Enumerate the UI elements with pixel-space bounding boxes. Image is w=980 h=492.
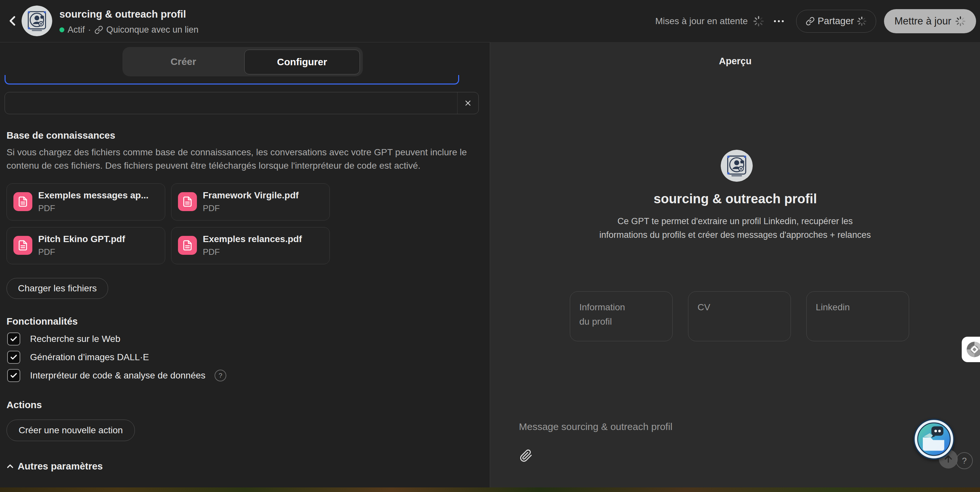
create-action-label: Créer une nouvelle action (19, 425, 123, 436)
clear-input-button[interactable] (458, 92, 479, 114)
header: sourcing & outreach profil Actif · Quico… (0, 0, 980, 43)
chevron-left-icon (5, 13, 20, 29)
back-button[interactable] (5, 13, 20, 29)
file-type-badge: PDF (38, 203, 55, 213)
tab-configure-label: Configurer (277, 56, 327, 68)
update-button[interactable]: Mettre à jour (884, 9, 976, 33)
knowledge-file-card[interactable]: Exemples messages ap... PDF (6, 183, 165, 221)
gpt-avatar-image (22, 6, 52, 36)
pending-updates-label: Mises à jour en attente (655, 16, 748, 27)
feature-row-code-interpreter: Interpréteur de code & analyse de donnée… (7, 368, 226, 383)
header-actions: Mises à jour en attente Partager (655, 0, 976, 42)
update-button-label: Mettre à jour (894, 15, 951, 27)
file-type-badge: PDF (203, 203, 220, 213)
knowledge-file-card[interactable]: Exemples relances.pdf PDF (171, 227, 330, 264)
preview-panel: Aperçu sourcing & outreach profil Ce GPT… (490, 42, 980, 487)
knowledge-file-card[interactable]: Framework Virgile.pdf PDF (171, 183, 330, 221)
file-type-badge: PDF (203, 247, 220, 257)
focused-text-input[interactable] (5, 75, 459, 84)
active-status-dot (59, 27, 64, 32)
pdf-file-icon (13, 236, 32, 255)
pdf-file-icon (178, 236, 197, 255)
knowledge-file-card[interactable]: Pitch Ekino GPT.pdf PDF (6, 227, 165, 264)
conversation-starter[interactable]: Linkedin (806, 291, 909, 341)
status-separator: · (88, 25, 91, 35)
link-icon (94, 25, 103, 34)
file-name: Exemples messages ap... (38, 190, 158, 201)
other-settings-label: Autres paramètres (18, 461, 103, 472)
pdf-file-icon (178, 192, 197, 211)
message-input-placeholder[interactable]: Message sourcing & outreach profil (519, 421, 672, 432)
check-icon (10, 335, 18, 343)
help-tooltip-button[interactable]: ? (215, 370, 226, 381)
actions-section-title: Actions (6, 399, 42, 410)
tab-create[interactable]: Créer (123, 47, 244, 76)
gpt-avatar-image (721, 150, 753, 182)
status-row: Actif · Quiconque avec un lien (59, 24, 199, 35)
visibility-text: Quiconque avec un lien (107, 25, 199, 35)
more-options-button[interactable] (771, 17, 786, 25)
feature-label: Génération d’images DALL·E (30, 352, 149, 362)
file-name: Pitch Ekino GPT.pdf (38, 234, 158, 244)
update-spinner-icon (955, 16, 966, 27)
link-icon (806, 17, 815, 26)
paperclip-icon (520, 449, 533, 463)
share-button-label: Partager (818, 16, 854, 27)
feature-row-dalle: Génération d’images DALL·E (7, 350, 149, 365)
browser-extension-tab[interactable] (962, 337, 980, 362)
workspace-logo-badge[interactable] (913, 419, 955, 460)
configure-panel: Créer Configurer Base de connaissances S… (0, 43, 490, 487)
chevron-up-icon (5, 461, 15, 471)
gpt-preview-description: Ce GPT te permet d'extraire un profil Li… (596, 214, 874, 242)
knowledge-section-title: Base de connaissances (6, 130, 115, 141)
more-options-icon (774, 20, 776, 22)
upload-files-label: Charger les fichiers (18, 283, 97, 294)
tab-create-label: Créer (170, 56, 196, 67)
workspace-logo-image (913, 419, 955, 460)
background-photo-strip (0, 487, 980, 492)
create-action-button[interactable]: Créer une nouvelle action (6, 420, 135, 441)
conversation-starter[interactable]: CV (688, 291, 791, 341)
attach-file-button[interactable] (520, 449, 534, 464)
extension-knot-icon (966, 341, 980, 358)
page-title: sourcing & outreach profil (59, 8, 186, 20)
features-section-title: Fonctionnalités (6, 316, 78, 327)
status-text: Actif (68, 25, 85, 35)
gpt-editor-window: sourcing & outreach profil Actif · Quico… (0, 0, 980, 492)
feature-label: Interpréteur de code & analyse de donnée… (30, 370, 205, 381)
other-settings-toggle[interactable]: Autres paramètres (5, 461, 103, 472)
pending-spinner-icon (753, 16, 764, 27)
knowledge-description: Si vous chargez des fichiers comme base … (6, 146, 481, 172)
conversation-starter[interactable]: Information du profil (570, 291, 673, 341)
upload-files-button[interactable]: Charger les fichiers (6, 278, 108, 299)
checkbox-checked[interactable] (7, 332, 20, 346)
gpt-avatar-small (22, 6, 52, 36)
tab-configure[interactable]: Configurer (244, 49, 360, 75)
gpt-avatar-large (721, 150, 753, 182)
file-type-badge: PDF (38, 247, 55, 257)
checkbox-checked[interactable] (7, 369, 20, 382)
share-spinner-icon (857, 16, 867, 26)
editor-tabbar: Créer Configurer (123, 47, 363, 76)
check-icon (10, 353, 18, 361)
feature-label: Recherche sur le Web (30, 334, 121, 344)
share-button[interactable]: Partager (796, 10, 876, 33)
pdf-file-icon (13, 192, 32, 211)
help-button-label: ? (962, 456, 967, 466)
file-name: Framework Virgile.pdf (203, 190, 323, 201)
feature-row-web-search: Recherche sur le Web (7, 332, 121, 346)
clearable-text-input[interactable] (5, 92, 479, 114)
file-name: Exemples relances.pdf (203, 234, 323, 244)
check-icon (10, 371, 18, 379)
preview-title: Aperçu (490, 56, 980, 67)
help-button[interactable]: ? (956, 452, 973, 469)
checkbox-checked[interactable] (7, 351, 20, 364)
close-icon (464, 99, 472, 107)
gpt-preview-name: sourcing & outreach profil (490, 192, 980, 206)
